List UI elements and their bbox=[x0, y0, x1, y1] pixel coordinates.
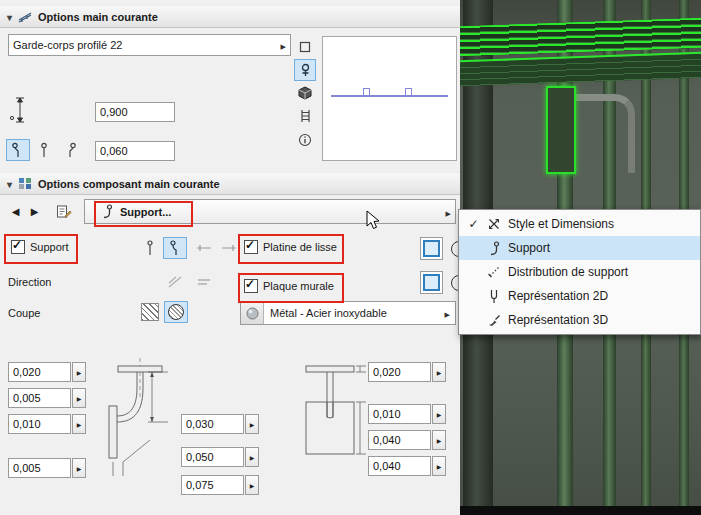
solid-fill-button[interactable] bbox=[164, 301, 188, 323]
attach-right-button[interactable] bbox=[58, 139, 82, 161]
plaque-checkbox-label: Plaque murale bbox=[263, 280, 334, 292]
height-dimension-icon bbox=[8, 96, 32, 124]
support-style-2-button[interactable] bbox=[163, 237, 187, 259]
dim-right-4-flyout-button[interactable] bbox=[432, 456, 446, 476]
dim-left-1-flyout-button[interactable] bbox=[72, 362, 86, 382]
railing-settings-window: Options main courante Garde-corps profil… bbox=[0, 0, 701, 515]
handrail-profile[interactable] bbox=[460, 52, 701, 87]
material-sphere-icon bbox=[241, 302, 264, 324]
dim-right-3-flyout-button[interactable] bbox=[432, 430, 446, 450]
square-shape-icon bbox=[423, 240, 440, 257]
preview-support-mark bbox=[363, 88, 370, 96]
checkbox-checked-icon[interactable] bbox=[244, 240, 258, 254]
profile-select[interactable]: Garde-corps profilé 22 bbox=[8, 34, 291, 56]
dim-right-1-flyout-button[interactable] bbox=[432, 362, 446, 382]
rail-offset-input[interactable] bbox=[95, 141, 175, 161]
attach-left-button[interactable] bbox=[6, 139, 30, 161]
rail-icon bbox=[18, 11, 32, 23]
3d-cube-button[interactable] bbox=[294, 82, 316, 104]
attach-center-button[interactable] bbox=[32, 139, 56, 161]
menu-item-label: Style et Dimensions bbox=[508, 217, 614, 231]
dim-right-2-flyout-button[interactable] bbox=[432, 404, 446, 424]
support-style-4-button[interactable] bbox=[217, 237, 241, 259]
component-select-value: Support... bbox=[120, 206, 446, 218]
collapse-arrow-icon[interactable] bbox=[7, 178, 12, 190]
next-component-button[interactable] bbox=[25, 201, 44, 222]
checkbox-checked-icon[interactable] bbox=[244, 279, 258, 293]
rail-preview-panel bbox=[322, 36, 457, 161]
menu-item-label: Représentation 3D bbox=[508, 313, 608, 327]
menu-item-support[interactable]: Support bbox=[459, 236, 700, 260]
preview-rail-line bbox=[331, 95, 448, 97]
style-dimensions-icon bbox=[485, 217, 503, 231]
checkbox-checked-icon[interactable] bbox=[11, 240, 25, 254]
dim-left-4-flyout-button[interactable] bbox=[72, 458, 86, 478]
dim-left-2-flyout-button[interactable] bbox=[72, 388, 86, 408]
dim-mid-2-flyout-button[interactable] bbox=[245, 447, 259, 467]
menu-item-label: Support bbox=[508, 241, 550, 255]
chevron-right-icon bbox=[445, 307, 450, 319]
square-shape-icon bbox=[423, 274, 440, 291]
dim-mid-1-flyout-button[interactable] bbox=[245, 414, 259, 434]
plaque-square-shape-button[interactable] bbox=[420, 271, 443, 294]
previous-component-button[interactable] bbox=[6, 201, 25, 222]
support-checkbox-label: Support bbox=[30, 241, 69, 253]
support-style-1-button[interactable] bbox=[138, 237, 162, 259]
uniform-settings-button[interactable] bbox=[294, 36, 316, 58]
menu-item-distribution[interactable]: Distribution de support bbox=[459, 260, 700, 284]
menu-item-label: Représentation 2D bbox=[508, 289, 608, 303]
menu-item-style-dimensions[interactable]: Style et Dimensions bbox=[459, 212, 700, 236]
plaque-checkbox[interactable]: Plaque murale bbox=[244, 279, 334, 293]
component-popup-menu: Style et Dimensions Support Distribution… bbox=[458, 209, 701, 335]
section-header-main-courante[interactable]: Options main courante bbox=[0, 5, 460, 28]
rail-height-input[interactable] bbox=[95, 102, 175, 122]
support-arm[interactable] bbox=[570, 94, 635, 173]
direction-diagonal-button[interactable] bbox=[163, 271, 187, 293]
hatch-fill-button[interactable] bbox=[138, 301, 162, 323]
direction-horizontal-button[interactable] bbox=[192, 271, 216, 293]
dim-mid-1-input[interactable] bbox=[181, 414, 244, 434]
section-title: Options main courante bbox=[38, 11, 158, 23]
support-style-3-button[interactable] bbox=[192, 237, 216, 259]
platine-checkbox[interactable]: Platine de lisse bbox=[244, 240, 337, 254]
dim-mid-3-input[interactable] bbox=[181, 475, 244, 495]
rail-structure-button[interactable] bbox=[294, 105, 316, 127]
dim-right-4-input[interactable] bbox=[368, 456, 431, 476]
dim-left-4-input[interactable] bbox=[8, 458, 71, 478]
section-header-composant[interactable]: Options composant main courante bbox=[0, 172, 460, 195]
transfer-settings-button[interactable] bbox=[52, 201, 76, 222]
dim-left-1-input[interactable] bbox=[8, 362, 71, 382]
dim-left-2-input[interactable] bbox=[8, 388, 71, 408]
selected-wall-plate[interactable] bbox=[546, 86, 576, 174]
dim-left-3-input[interactable] bbox=[8, 414, 71, 434]
material-select-value: Métal - Acier inoxydable bbox=[264, 307, 445, 319]
menu-item-label: Distribution de support bbox=[508, 265, 628, 279]
dim-right-3-input[interactable] bbox=[368, 430, 431, 450]
support-front-diagram bbox=[294, 360, 370, 485]
platine-square-shape-button[interactable] bbox=[420, 237, 443, 260]
dim-mid-3-flyout-button[interactable] bbox=[245, 475, 259, 495]
menu-item-representation-3d[interactable]: Représentation 3D bbox=[459, 308, 700, 332]
material-select[interactable]: Métal - Acier inoxydable bbox=[240, 301, 456, 325]
coupe-label: Coupe bbox=[8, 307, 40, 319]
menu-item-representation-2d[interactable]: Représentation 2D bbox=[459, 284, 700, 308]
viewport-bottom-bar bbox=[460, 506, 701, 515]
support-side-diagram bbox=[90, 358, 182, 498]
chevron-right-icon bbox=[281, 39, 286, 51]
dim-left-3-flyout-button[interactable] bbox=[72, 414, 86, 434]
dim-right-2-input[interactable] bbox=[368, 404, 431, 424]
component-select[interactable]: Support... bbox=[84, 199, 456, 224]
platine-checkbox-label: Platine de lisse bbox=[263, 241, 337, 253]
profile-select-value: Garde-corps profilé 22 bbox=[13, 39, 281, 51]
dim-mid-2-input[interactable] bbox=[181, 447, 244, 467]
selected-handrail[interactable] bbox=[460, 18, 701, 57]
dim-right-1-input[interactable] bbox=[368, 362, 431, 382]
component-options-icon bbox=[18, 177, 32, 190]
distribution-icon bbox=[485, 265, 503, 279]
collapse-arrow-icon[interactable] bbox=[7, 11, 12, 23]
plan-symbol-button[interactable] bbox=[294, 59, 316, 81]
info-button[interactable] bbox=[294, 129, 316, 151]
circle-hatch-icon bbox=[168, 304, 184, 320]
support-checkbox[interactable]: Support bbox=[11, 240, 69, 254]
diagonal-hatch-icon bbox=[141, 303, 159, 321]
